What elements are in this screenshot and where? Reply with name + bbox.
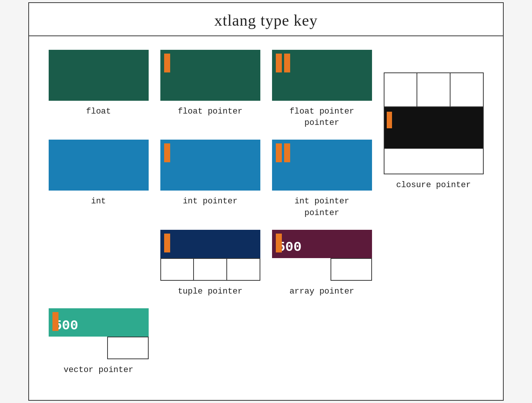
- float-pointer-label: float pointer: [178, 106, 243, 118]
- type-item-array: 500 array pointer: [266, 230, 378, 298]
- type-item-vector: 500 vector pointer: [43, 308, 154, 376]
- int-pointer-pointer-diagram: [272, 140, 372, 191]
- type-item-float: float: [43, 50, 154, 118]
- closure-diagram: [384, 72, 484, 174]
- float-diagram: [49, 50, 149, 101]
- float-label: float: [86, 106, 111, 118]
- pointer-tab-2b: [284, 54, 290, 72]
- type-item-int: int: [43, 140, 154, 208]
- type-item-int-pointer-pointer: int pointerpointer: [266, 140, 378, 219]
- closure-outer: [384, 72, 484, 174]
- type-item-tuple: tuple pointer: [154, 230, 266, 298]
- array-diagram: 500: [272, 230, 372, 281]
- card-body: float float pointer float pointerpointer: [29, 36, 503, 400]
- main-card: xtlang type key float float pointer floa…: [28, 2, 504, 401]
- array-ptr-tab: [276, 234, 282, 252]
- closure-ptr-tab: [387, 112, 392, 128]
- float-pointer-pointer-label: float pointerpointer: [289, 106, 354, 129]
- int-ptr-tab-1: [276, 143, 282, 162]
- tuple-label: tuple pointer: [178, 286, 243, 298]
- closure-cell-3: [451, 73, 483, 106]
- array-label: array pointer: [289, 286, 354, 298]
- pointer-tab-1: [164, 54, 170, 72]
- tuple-bottom: [160, 258, 260, 281]
- tuple-top: [160, 230, 260, 258]
- closure-top-row: [384, 73, 483, 107]
- float-pointer-diagram: [160, 50, 260, 101]
- closure-label: closure pointer: [396, 180, 471, 191]
- closure-mid: [384, 107, 483, 149]
- int-label: int: [91, 196, 106, 208]
- int-pointer-label: int pointer: [183, 196, 237, 208]
- closure-cell-2: [417, 73, 451, 106]
- tuple-cell-1: [161, 259, 194, 280]
- card-header: xtlang type key: [29, 3, 503, 36]
- tuple-ptr-tab: [164, 234, 170, 252]
- closure-cell-1: [384, 73, 418, 106]
- float-pointer-pointer-diagram: [272, 50, 372, 101]
- int-diagram: [49, 140, 149, 191]
- page-title: xtlang type key: [214, 12, 318, 29]
- array-bottom-right: [331, 258, 372, 281]
- tuple-diagram: [160, 230, 260, 281]
- tuple-cell-2: [194, 259, 227, 280]
- vector-ptr-tab: [52, 312, 58, 331]
- vector-bottom-right: [107, 337, 149, 359]
- int-pointer-pointer-label: int pointerpointer: [294, 196, 349, 219]
- type-item-closure: closure pointer: [378, 72, 489, 191]
- vector-label: vector pointer: [64, 365, 134, 376]
- pointer-tab-2a: [276, 54, 282, 72]
- type-item-float-pointer: float pointer: [154, 50, 266, 118]
- vector-top: 500: [49, 308, 149, 337]
- tuple-cell-3: [227, 259, 260, 280]
- array-top: 500: [272, 230, 372, 258]
- type-item-float-pointer-pointer: float pointerpointer: [266, 50, 378, 129]
- closure-bottom: [384, 149, 483, 174]
- int-ptr-tab-2: [284, 143, 290, 162]
- type-item-int-pointer: int pointer: [154, 140, 266, 208]
- int-pointer-diagram: [160, 140, 260, 191]
- int-pointer-tab: [164, 143, 170, 162]
- vector-diagram: 500: [49, 308, 149, 359]
